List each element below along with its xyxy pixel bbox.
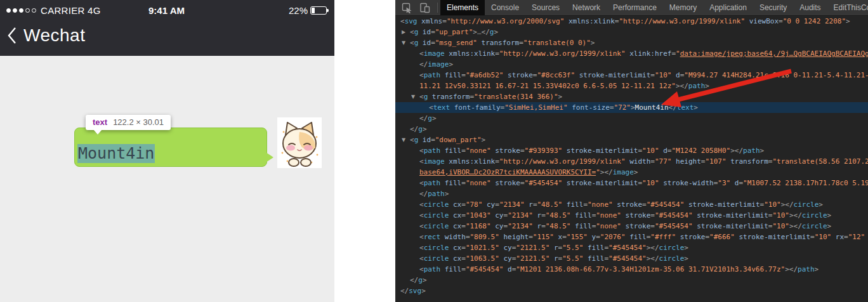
- code-line[interactable]: </image>: [395, 59, 868, 70]
- tab-application[interactable]: Application: [703, 0, 753, 15]
- expander-open-icon[interactable]: ▼: [402, 135, 410, 145]
- elements-tree: <svg xmlns="http://www.w3.org/2000/svg" …: [395, 16, 868, 296]
- tooltip-caret: [93, 129, 102, 135]
- devtools-toolbar: ElementsConsoleSourcesNetworkPerformance…: [395, 0, 868, 16]
- devtools-panel: ElementsConsoleSourcesNetworkPerformance…: [395, 0, 868, 302]
- code-line[interactable]: ▼<g id="down_part">: [395, 135, 868, 145]
- tab-editthiscookie[interactable]: EditThisCookie: [827, 0, 868, 15]
- code-line[interactable]: </svg>: [395, 286, 868, 296]
- code-line[interactable]: ▼<g transform="translate(314 366)">: [395, 91, 868, 102]
- battery-icon: [310, 6, 327, 15]
- tab-security[interactable]: Security: [753, 0, 793, 15]
- toolbar-divider: [437, 3, 438, 13]
- code-line[interactable]: <circle cx="78" cy="2134" r="48.5" fill=…: [395, 199, 868, 210]
- expander-open-icon[interactable]: ▼: [402, 37, 410, 48]
- code-line[interactable]: ▶<g id="up_part">…</g>: [395, 27, 868, 37]
- code-line[interactable]: <path fill="none" stroke="#545454" strok…: [395, 178, 868, 188]
- bubble-tail: [266, 152, 273, 162]
- inspect-element-icon[interactable]: [399, 1, 414, 15]
- code-line[interactable]: <circle cx="1021.5" cy="2121.5" r="5.5" …: [395, 242, 868, 253]
- message-text[interactable]: Mount4in: [77, 144, 155, 163]
- code-line[interactable]: <path fill="#545454" d="M1201 2136.08h-6…: [395, 264, 868, 275]
- phone-mockup: CARRIER 4G 9:41 AM 22% Wechat: [0, 0, 334, 302]
- battery-status: 22%: [289, 5, 327, 16]
- tab-performance[interactable]: Performance: [607, 0, 663, 15]
- tab-sources[interactable]: Sources: [525, 0, 566, 15]
- code-line[interactable]: </g>: [395, 113, 868, 124]
- phone-header: CARRIER 4G 9:41 AM 22% Wechat: [0, 0, 334, 56]
- clock-label: 9:41 AM: [6, 5, 327, 16]
- code-line[interactable]: <circle cx="1043" cy="2134" r="48.5" fil…: [395, 210, 868, 221]
- inspect-tooltip: text 122.2 × 30.01: [86, 115, 171, 130]
- device-toolbar-icon[interactable]: [417, 1, 432, 15]
- code-line[interactable]: <circle cx="1168" cy="2134" r="48.5" fil…: [395, 221, 868, 232]
- tab-memory[interactable]: Memory: [663, 0, 703, 15]
- code-line[interactable]: <path fill="#a6db52" stroke="#8cc63f" st…: [395, 70, 868, 81]
- back-chevron-icon[interactable]: [6, 26, 18, 45]
- chat-area: Mount4in: [0, 56, 334, 302]
- battery-percent-label: 22%: [289, 5, 308, 16]
- page-title: Wechat: [23, 25, 85, 46]
- tooltip-tag-name: text: [93, 117, 107, 127]
- cat-sticker-icon: [277, 117, 322, 168]
- message-bubble[interactable]: Mount4in: [74, 128, 267, 167]
- code-line-selected[interactable]: <text font-family="SimHei,SimHei" font-s…: [395, 102, 868, 113]
- screen: CARRIER 4G 9:41 AM 22% Wechat: [0, 0, 868, 302]
- tab-console[interactable]: Console: [485, 0, 525, 15]
- avatar[interactable]: [277, 117, 322, 168]
- expander-closed-icon[interactable]: ▶: [402, 27, 410, 37]
- code-line[interactable]: <rect width="809.5" height="115" x="155"…: [395, 232, 868, 242]
- code-line[interactable]: <circle cx="1063.5" cy="2121.5" r="5.5" …: [395, 253, 868, 264]
- code-line[interactable]: </g>: [395, 275, 868, 286]
- code-line[interactable]: <image xmlns:xlink="http://www.w3.org/19…: [395, 48, 868, 59]
- tab-audits[interactable]: Audits: [793, 0, 827, 15]
- code-line[interactable]: <image xmlns:xlink="http://www.w3.org/19…: [395, 156, 868, 167]
- tab-elements[interactable]: Elements: [440, 0, 485, 15]
- tab-network[interactable]: Network: [566, 0, 607, 15]
- tooltip-dimensions: 122.2 × 30.01: [113, 117, 164, 127]
- code-line[interactable]: <path fill="none" stroke="#939393" strok…: [395, 145, 868, 156]
- status-bar: CARRIER 4G 9:41 AM 22%: [6, 3, 327, 17]
- code-line[interactable]: </path>: [395, 188, 868, 199]
- code-line[interactable]: </g>: [395, 124, 868, 135]
- code-line[interactable]: ▼<g id="msg_send" transform="translate(0…: [395, 37, 868, 48]
- devtools-tabs: ElementsConsoleSourcesNetworkPerformance…: [440, 0, 868, 15]
- code-line[interactable]: <svg xmlns="http://www.w3.org/2000/svg" …: [395, 16, 868, 27]
- nav-bar: Wechat: [6, 25, 85, 46]
- code-line[interactable]: 11.21 12v50.33121 16.67-21 15.33V402c0 6…: [395, 81, 868, 91]
- code-line[interactable]: base64,iVBOR…Dc2OzR7tciKMAAAAASUVORK5CYI…: [395, 167, 868, 178]
- expander-open-icon[interactable]: ▼: [411, 91, 419, 102]
